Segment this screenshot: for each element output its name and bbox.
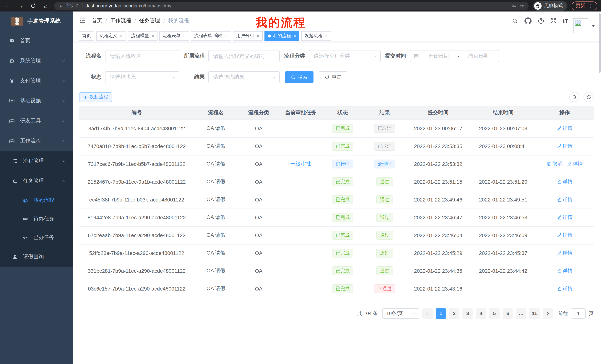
browser-home-button[interactable]: ⌂ xyxy=(42,2,50,10)
browser-back-button[interactable]: ← xyxy=(4,2,12,10)
show-search-button[interactable] xyxy=(570,92,580,102)
page-button-11[interactable]: 11 xyxy=(529,308,540,318)
tab-process-model[interactable]: 流程模型× xyxy=(128,31,158,41)
cell-name: OA 请假 xyxy=(194,119,238,137)
prev-page-button[interactable] xyxy=(422,308,433,318)
cell-submit-time: 2022-01-22 23:46:47 xyxy=(406,209,471,226)
sidebar-item-label: 首页 xyxy=(20,38,30,44)
current-task-link[interactable]: 一级审批 xyxy=(290,161,311,167)
search-button[interactable]: 搜索 xyxy=(285,71,313,83)
page-scrollbar[interactable] xyxy=(599,13,601,73)
user-icon xyxy=(10,254,19,260)
detail-link[interactable]: 详情 xyxy=(557,232,573,239)
eye-closed-icon xyxy=(21,234,30,240)
close-tab-icon[interactable]: × xyxy=(151,33,154,38)
detail-link[interactable]: 详情 xyxy=(557,268,573,274)
sidebar-item-process-management[interactable]: 流程管理 xyxy=(0,151,73,171)
cell-submit-time: 2022-01-22 23:43:16 xyxy=(406,280,471,297)
collapse-sidebar-button[interactable] xyxy=(79,18,86,24)
detail-link[interactable]: 详情 xyxy=(557,250,573,256)
tab-start-process[interactable]: 发起流程× xyxy=(301,31,331,41)
breadcrumb-item[interactable]: 首页 xyxy=(92,18,102,24)
detail-link[interactable]: 详情 xyxy=(557,285,573,292)
sidebar-item-infrastructure[interactable]: 基础设施 xyxy=(0,91,73,111)
help-button[interactable] xyxy=(538,18,544,24)
page-button-5[interactable]: 5 xyxy=(489,308,500,318)
sidebar-item-my-process[interactable]: 我的流程 xyxy=(0,191,73,210)
cell-category: OA xyxy=(238,226,280,244)
tab-process-form-edit[interactable]: 流程表单-编辑× xyxy=(191,31,231,41)
sidebar-item-workflow[interactable]: 工作流程 xyxy=(0,131,73,151)
github-link[interactable] xyxy=(524,17,531,24)
table-row: 331bc281-7b9a-11ec-a290-acde48001122OA 请… xyxy=(79,262,594,280)
refresh-table-button[interactable] xyxy=(583,92,594,102)
app-logo-row[interactable]: 芋道管理系统 xyxy=(0,11,73,31)
sidebar-item-dev-tools[interactable]: 研发工具 xyxy=(0,111,73,131)
sidebar-item-todo-tasks[interactable]: 待办任务 xyxy=(0,210,73,228)
tab-my-process[interactable]: 我的流程× xyxy=(264,31,299,41)
sidebar-item-system-management[interactable]: ⚙系统管理 xyxy=(0,51,73,71)
browser-update-button[interactable]: 更新 ⋮ xyxy=(572,1,597,10)
page-button-6[interactable]: 6 xyxy=(502,308,513,318)
browser-forward-button[interactable]: → xyxy=(16,2,25,10)
cell-submit-time: 2022-01-22 23:46:04 xyxy=(406,226,471,244)
page-button-1[interactable]: 1 xyxy=(436,308,446,318)
detail-link[interactable]: 详情 xyxy=(557,125,573,132)
sidebar-item-done-tasks[interactable]: 已办任务 xyxy=(0,228,73,247)
detail-link[interactable]: 详情 xyxy=(557,214,573,221)
user-avatar[interactable] xyxy=(573,18,588,33)
browser-menu-icon[interactable]: ⋮ xyxy=(588,3,593,9)
breadcrumb-item[interactable]: 任务管理 xyxy=(139,18,160,24)
page-size-select[interactable]: 10条/页 xyxy=(382,308,419,318)
page-button-3[interactable]: 3 xyxy=(462,308,473,318)
bookmark-star-icon[interactable]: ☆ xyxy=(520,3,524,9)
header-search-button[interactable] xyxy=(512,18,518,24)
detail-link[interactable]: 详情 xyxy=(567,161,583,167)
password-key-icon[interactable] xyxy=(511,3,517,8)
close-tab-icon[interactable]: × xyxy=(293,33,296,38)
detail-link[interactable]: 详情 xyxy=(557,143,573,150)
tab-process-form[interactable]: 流程表单× xyxy=(159,31,189,41)
edit-icon xyxy=(567,162,572,166)
address-bar[interactable]: ▲ 不安全 dashboard.yudao.iocoder.cn/bpm/tas… xyxy=(54,2,529,10)
tab-user-group[interactable]: 用户分组× xyxy=(233,31,263,41)
fullscreen-button[interactable] xyxy=(551,18,556,24)
close-tab-icon[interactable]: × xyxy=(225,33,228,38)
browser-reload-button[interactable] xyxy=(29,2,37,10)
status-select[interactable]: 请选择状态 xyxy=(105,71,180,83)
sidebar-item-home[interactable]: 首页 xyxy=(0,31,73,51)
sidebar-item-task-management[interactable]: 任务管理 xyxy=(0,171,73,191)
close-tab-icon[interactable]: × xyxy=(257,33,259,38)
sidebar-item-label: 流程管理 xyxy=(23,158,44,164)
page-ellipsis[interactable]: … xyxy=(516,308,526,318)
avatar-dropdown-caret[interactable] xyxy=(591,25,595,27)
page-button-4[interactable]: 4 xyxy=(476,308,486,318)
sidebar-item-leave-query[interactable]: 请假查询 xyxy=(0,247,73,267)
process-definition-input[interactable] xyxy=(208,50,280,62)
goto-page-input[interactable] xyxy=(571,308,586,318)
tab-home[interactable]: 首页 xyxy=(79,31,94,41)
detail-link[interactable]: 详情 xyxy=(557,179,573,185)
close-tab-icon[interactable]: × xyxy=(183,33,186,38)
category-select[interactable]: 请选择流程分类 xyxy=(309,50,381,62)
sidebar-item-label: 研发工具 xyxy=(20,118,41,124)
status-badge: 已完成 xyxy=(332,231,353,240)
breadcrumb-separator: / xyxy=(163,18,165,24)
process-name-input[interactable] xyxy=(105,50,180,62)
close-tab-icon[interactable]: × xyxy=(325,33,328,38)
page-button-2[interactable]: 2 xyxy=(449,308,460,318)
toolbox-icon xyxy=(7,138,16,144)
next-page-button[interactable] xyxy=(543,308,553,318)
submit-time-range-picker[interactable]: 开始日期 - 结束日期 xyxy=(410,50,499,62)
reset-button[interactable]: 重置 xyxy=(319,71,347,83)
start-process-button[interactable]: 发起流程 xyxy=(79,92,112,102)
result-select[interactable]: 请选择流结果 xyxy=(208,71,280,83)
font-size-button[interactable]: tT xyxy=(563,18,568,24)
breadcrumb-item[interactable]: 工作流程 xyxy=(110,18,131,24)
sidebar-item-payment-management[interactable]: ¥支付管理 xyxy=(0,71,73,91)
detail-link[interactable]: 详情 xyxy=(557,196,573,203)
tab-process-definition[interactable]: 流程定义× xyxy=(96,31,126,41)
sidebar-item-label: 任务管理 xyxy=(23,178,44,184)
close-tab-icon[interactable]: × xyxy=(120,33,123,38)
cancel-link[interactable]: 取消 xyxy=(546,161,562,167)
